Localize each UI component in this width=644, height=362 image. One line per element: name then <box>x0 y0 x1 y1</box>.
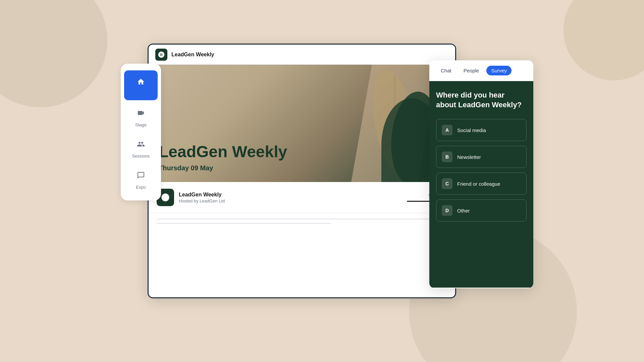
home-icon <box>137 78 145 86</box>
reception-label: Reception <box>131 91 151 96</box>
hero-title: LeadGen Weekly <box>159 143 287 161</box>
hero-text: LeadGen Weekly Thursday 09 May <box>159 143 287 172</box>
sidebar-item-stage[interactable]: Stage <box>124 102 158 131</box>
expo-icon <box>137 171 145 179</box>
hero-banner: LeadGen Weekly Thursday 09 May <box>149 65 455 182</box>
right-panel: Chat People Survey Where did you hear ab… <box>429 60 533 288</box>
sessions-label: Sessions <box>132 154 150 159</box>
survey-question: Where did you hear about LeadGen Weekly? <box>436 90 527 110</box>
option-letter-a: A <box>442 125 452 135</box>
event-info-left: LeadGen Weekly Hosted by LeadGen Ltd <box>157 189 225 206</box>
expo-label: Expo <box>136 185 146 190</box>
option-letter-d: D <box>442 205 452 216</box>
event-details: LeadGen Weekly Hosted by LeadGen Ltd <box>179 192 225 203</box>
scroll-line-1 <box>157 219 447 220</box>
option-text-c: Friend or colleague <box>457 181 500 187</box>
browser-header: LeadGen Weekly <box>149 45 455 65</box>
tab-people[interactable]: People <box>459 66 484 75</box>
bg-decoration-tl <box>0 0 107 107</box>
survey-option-b[interactable]: B Newsletter <box>436 146 527 168</box>
option-letter-b: B <box>442 152 452 162</box>
tab-chat[interactable]: Chat <box>436 66 456 75</box>
tab-survey[interactable]: Survey <box>486 66 512 75</box>
scroll-indicators <box>149 213 455 233</box>
leaf-decoration <box>368 65 422 182</box>
svg-line-3 <box>395 108 408 122</box>
panel-tabs: Chat People Survey <box>429 60 533 81</box>
sidebar: Reception Stage Sessions <box>121 64 161 200</box>
scroll-line-2 <box>157 223 331 224</box>
survey-option-d[interactable]: D Other <box>436 199 527 222</box>
event-info-bar: LeadGen Weekly Hosted by LeadGen Ltd Tim… <box>149 182 455 213</box>
option-text-b: Newsletter <box>457 154 481 160</box>
bg-decoration-tr <box>564 0 644 80</box>
survey-panel: Where did you hear about LeadGen Weekly?… <box>429 81 533 288</box>
sessions-icon <box>137 140 145 148</box>
stage-label: Stage <box>135 122 147 127</box>
app-logo <box>155 49 167 61</box>
hero-date: Thursday 09 May <box>159 164 287 172</box>
video-icon <box>137 109 145 117</box>
option-letter-c: C <box>442 178 452 189</box>
event-host: Hosted by LeadGen Ltd <box>179 198 225 203</box>
option-text-d: Other <box>457 208 470 214</box>
survey-option-c[interactable]: C Friend or colleague <box>436 173 527 195</box>
app-title: LeadGen Weekly <box>171 52 214 58</box>
sidebar-item-expo[interactable]: Expo <box>124 164 158 194</box>
svg-line-5 <box>395 128 410 140</box>
sidebar-item-reception[interactable]: Reception <box>124 70 158 100</box>
scene-container: Reception Stage Sessions <box>121 44 523 318</box>
browser-window: LeadGen Weekly LeadGen Weekly Thursday 0… <box>148 44 456 298</box>
survey-option-a[interactable]: A Social media <box>436 119 527 141</box>
option-text-a: Social media <box>457 127 486 133</box>
event-name: LeadGen Weekly <box>179 192 225 198</box>
sidebar-item-sessions[interactable]: Sessions <box>124 133 158 163</box>
